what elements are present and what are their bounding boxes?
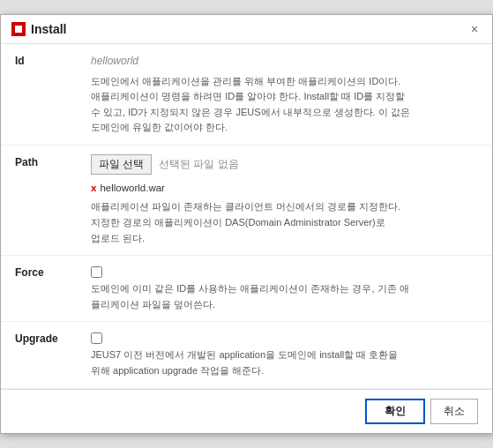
title-bar: Install × [1, 15, 492, 44]
cancel-button[interactable]: 취소 [430, 399, 478, 424]
force-label: Force [15, 265, 77, 312]
id-field: helloworld 도메인에서 애플리케이션을 관리를 위해 부여한 애플리케… [91, 53, 478, 136]
force-desc: 도메인에 이미 같은 ID를 사용하는 애플리케이션이 존재하는 경우, 기존 … [91, 281, 478, 312]
file-select-button[interactable]: 파일 선택 [91, 154, 152, 175]
upgrade-checkbox-row [91, 331, 478, 344]
install-dialog: Install × Id helloworld 도메인에서 애플리케이션을 관리… [0, 14, 493, 433]
dialog-footer: 확인 취소 [1, 389, 492, 433]
upgrade-checkbox[interactable] [91, 332, 102, 344]
no-file-text: 선택된 파일 없음 [159, 156, 238, 172]
file-btn-row: 파일 선택 선택된 파일 없음 [91, 154, 478, 175]
x-mark: x [91, 180, 96, 196]
force-field: 도메인에 이미 같은 ID를 사용하는 애플리케이션이 존재하는 경우, 기존 … [91, 265, 478, 312]
id-desc: 도메인에서 애플리케이션을 관리를 위해 부여한 애플리케이션의 ID이다. 애… [91, 74, 478, 136]
upgrade-desc: JEUS7 이전 버전에서 개발된 application을 도메인에 inst… [91, 347, 478, 378]
dialog-icon [11, 22, 26, 36]
dialog-content: Id helloworld 도메인에서 애플리케이션을 관리를 위해 부여한 애… [1, 44, 492, 388]
force-row: Force 도메인에 이미 같은 ID를 사용하는 애플리케이션이 존재하는 경… [1, 256, 492, 322]
path-label: Path [15, 154, 77, 246]
path-desc: 애플리케이션 파일이 존재하는 클라이언트 머신에서의 경로를 지정한다. 지정… [91, 199, 478, 246]
force-checkbox-row [91, 265, 478, 278]
close-button[interactable]: × [467, 22, 482, 36]
dialog-title: Install [31, 22, 66, 36]
id-label: Id [15, 53, 77, 136]
title-bar-left: Install [11, 22, 66, 36]
path-field: 파일 선택 선택된 파일 없음 x helloworld.war 애플리케이션 … [91, 154, 478, 246]
upgrade-field: JEUS7 이전 버전에서 개발된 application을 도메인에 inst… [91, 331, 478, 378]
force-checkbox[interactable] [91, 266, 102, 278]
upgrade-label: Upgrade [15, 331, 77, 378]
upgrade-row: Upgrade JEUS7 이전 버전에서 개발된 application을 도… [1, 322, 492, 388]
path-row: Path 파일 선택 선택된 파일 없음 x helloworld.war 애플… [1, 146, 492, 256]
id-value: helloworld [91, 53, 478, 70]
id-row: Id helloworld 도메인에서 애플리케이션을 관리를 위해 부여한 애… [1, 44, 492, 146]
confirm-button[interactable]: 확인 [365, 399, 425, 424]
file-path: x helloworld.war [91, 180, 478, 196]
